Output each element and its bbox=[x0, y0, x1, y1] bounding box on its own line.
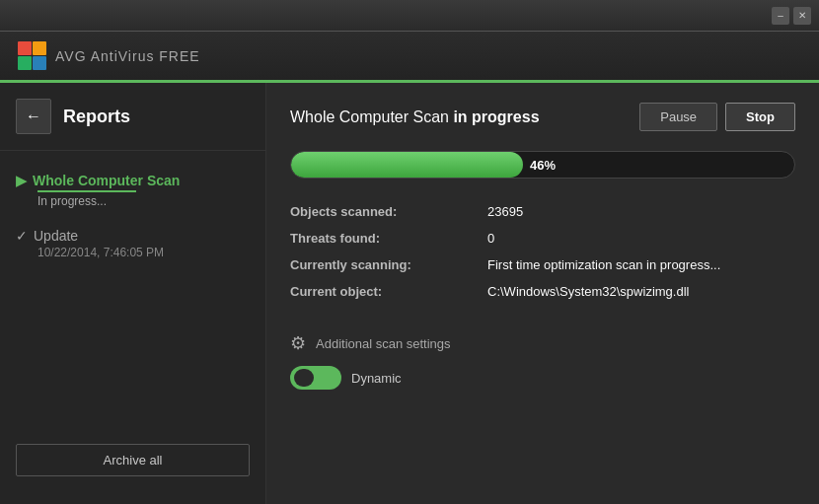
stat-label-threats: Threats found: bbox=[290, 229, 487, 248]
gear-icon: ⚙ bbox=[290, 332, 306, 354]
toggle-row: Dynamic bbox=[290, 366, 795, 390]
scan-title: Whole Computer Scan in progress bbox=[290, 108, 540, 126]
content-area: Whole Computer Scan in progress Pause St… bbox=[266, 83, 819, 504]
stat-value-objects: 23695 bbox=[487, 202, 795, 221]
settings-row: ⚙ Additional scan settings bbox=[290, 332, 795, 354]
header-bar: AVG AntiVirus FREE bbox=[0, 32, 819, 83]
scan-buttons: Pause Stop bbox=[639, 103, 795, 131]
title-bar: – ✕ bbox=[0, 0, 819, 32]
app-title: AVG AntiVirus FREE bbox=[55, 45, 200, 66]
toggle-label: Dynamic bbox=[351, 371, 402, 386]
sidebar-item-status-whole-computer-scan: In progress... bbox=[16, 194, 250, 208]
close-button[interactable]: ✕ bbox=[793, 7, 811, 25]
sidebar-item-name-whole-computer-scan: ▶ Whole Computer Scan bbox=[16, 173, 250, 188]
progress-track: 46% bbox=[290, 151, 795, 179]
archive-button-wrapper: Archive all bbox=[0, 432, 265, 488]
progress-label: 46% bbox=[530, 158, 556, 173]
progress-fill bbox=[291, 152, 523, 178]
sidebar-item-whole-computer-scan[interactable]: ▶ Whole Computer Scan In progress... bbox=[0, 163, 265, 218]
logo-square-2 bbox=[33, 41, 46, 55]
sidebar-header: ← Reports bbox=[0, 83, 265, 151]
pause-button[interactable]: Pause bbox=[639, 103, 717, 131]
toggle-knob bbox=[294, 369, 314, 387]
stat-label-objects: Objects scanned: bbox=[290, 202, 487, 221]
sidebar-title: Reports bbox=[63, 107, 130, 127]
stat-label-current-object: Current object: bbox=[290, 282, 487, 301]
back-button[interactable]: ← bbox=[16, 99, 51, 134]
sidebar-item-update[interactable]: ✓ Update 10/22/2014, 7:46:05 PM bbox=[0, 218, 265, 269]
scan-header: Whole Computer Scan in progress Pause St… bbox=[290, 103, 795, 131]
play-circle-icon: ▶ bbox=[16, 173, 27, 188]
scan-stats: Objects scanned: 23695 Threats found: 0 … bbox=[290, 202, 795, 301]
avg-icon bbox=[16, 40, 47, 72]
check-circle-icon: ✓ bbox=[16, 228, 28, 244]
dynamic-toggle[interactable] bbox=[290, 366, 341, 390]
additional-settings: ⚙ Additional scan settings Dynamic bbox=[290, 332, 795, 390]
sidebar-item-status-update: 10/22/2014, 7:46:05 PM bbox=[16, 246, 250, 259]
progress-section: 46% bbox=[290, 151, 795, 179]
logo-square-3 bbox=[18, 56, 32, 70]
logo-square-4 bbox=[33, 56, 46, 70]
active-underline bbox=[37, 190, 136, 192]
stat-value-currently-scanning: First time optimization scan in progress… bbox=[487, 255, 795, 274]
logo-square-1 bbox=[18, 41, 32, 55]
settings-label: Additional scan settings bbox=[316, 336, 451, 351]
minimize-button[interactable]: – bbox=[772, 7, 789, 25]
sidebar: ← Reports ▶ Whole Computer Scan In progr… bbox=[0, 83, 266, 504]
stat-value-current-object: C:\Windows\System32\spwizimg.dll bbox=[487, 282, 795, 301]
main-layout: ← Reports ▶ Whole Computer Scan In progr… bbox=[0, 83, 819, 504]
sidebar-item-name-update: ✓ Update bbox=[16, 228, 250, 244]
sidebar-items: ▶ Whole Computer Scan In progress... ✓ U… bbox=[0, 151, 265, 432]
stat-label-currently-scanning: Currently scanning: bbox=[290, 255, 487, 274]
archive-all-button[interactable]: Archive all bbox=[16, 444, 250, 476]
title-bar-controls: – ✕ bbox=[772, 7, 811, 25]
stop-button[interactable]: Stop bbox=[725, 103, 795, 131]
stat-value-threats: 0 bbox=[487, 229, 795, 248]
app-logo: AVG AntiVirus FREE bbox=[16, 40, 200, 72]
